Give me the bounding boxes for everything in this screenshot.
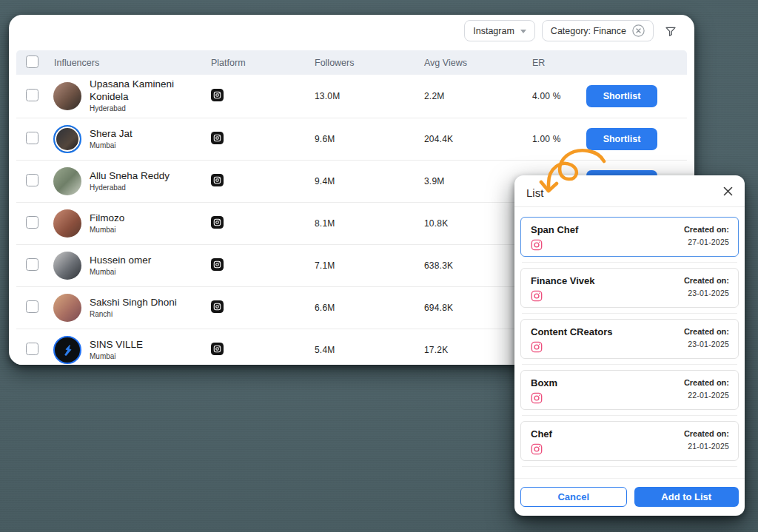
category-filter-chip[interactable]: Category: Finance — [542, 20, 654, 41]
filter-bar: Instagram Category: Finance — [464, 20, 677, 41]
instagram-icon — [531, 290, 543, 302]
avatar — [53, 294, 81, 322]
followers-value: 5.4M — [312, 345, 422, 355]
instagram-platform-icon — [211, 345, 224, 357]
row-checkbox[interactable] — [26, 132, 38, 144]
created-date: 21-01-2025 — [688, 442, 729, 451]
avatar — [53, 82, 81, 110]
followers-value: 7.1M — [312, 260, 422, 271]
avg-views-value: 2.2M — [422, 91, 530, 101]
list-item-card[interactable]: Content CReators Created on: 23-01-2025 — [520, 319, 739, 359]
instagram-platform-icon — [211, 91, 224, 104]
avatar — [53, 125, 81, 153]
followers-value: 9.6M — [312, 134, 422, 144]
list-items: Span Chef Created on: 27-01-2025 Finance… — [514, 207, 745, 478]
column-avg-views: Avg Views — [422, 58, 530, 68]
instagram-platform-icon — [211, 176, 224, 189]
list-item-card[interactable]: Boxm Created on: 22-01-2025 — [520, 370, 739, 410]
avg-views-value: 204.4K — [422, 134, 530, 144]
lightning-bolt-icon — [60, 343, 75, 357]
created-on-label: Created on: — [684, 225, 729, 234]
instagram-icon — [531, 341, 543, 353]
divider — [522, 262, 737, 263]
influencer-name: Sakshi Singh Dhoni — [90, 297, 177, 309]
shortlist-button[interactable]: Shortlist — [586, 85, 657, 107]
platform-select-value: Instagram — [473, 26, 514, 36]
list-name: Boxm — [531, 377, 557, 388]
table-row: Shera JatMumbai 9.6M 204.4K 1.00 % Short… — [16, 118, 687, 161]
column-followers: Followers — [312, 58, 422, 68]
row-checkbox[interactable] — [26, 300, 38, 313]
filter-funnel-icon[interactable] — [665, 25, 677, 37]
followers-value: 9.4M — [312, 176, 422, 186]
instagram-icon — [531, 392, 543, 404]
column-influencers: Influencers — [52, 58, 209, 68]
row-checkbox[interactable] — [26, 89, 38, 101]
influencer-name: Shera Jat — [90, 128, 133, 141]
created-on-label: Created on: — [684, 429, 729, 438]
column-platform: Platform — [209, 58, 312, 68]
shortlist-button[interactable]: Shortlist — [586, 128, 657, 150]
influencer-name: Hussein omer — [90, 255, 151, 267]
row-checkbox[interactable] — [26, 258, 38, 271]
er-value: 1.00 % — [530, 134, 576, 144]
influencer-location: Mumbai — [90, 268, 151, 277]
chevron-down-icon — [520, 30, 526, 33]
created-date: 23-01-2025 — [688, 289, 729, 297]
table-row: Upasana Kamineni KonidelaHyderabad 13.0M… — [16, 75, 687, 118]
add-to-list-button[interactable]: Add to List — [634, 487, 739, 507]
avatar-sins-ville-logo — [53, 336, 81, 364]
platform-select[interactable]: Instagram — [464, 20, 535, 41]
list-name: Span Chef — [531, 224, 578, 235]
created-on-label: Created on: — [684, 378, 729, 387]
select-all-checkbox[interactable] — [26, 55, 38, 68]
column-er: ER — [530, 58, 576, 68]
created-date: 22-01-2025 — [688, 391, 729, 400]
er-value: 4.00 % — [530, 91, 576, 101]
influencer-name: Upasana Kamineni Konidela — [90, 78, 209, 104]
created-date: 27-01-2025 — [688, 238, 729, 246]
remove-filter-icon[interactable] — [632, 24, 645, 37]
row-checkbox[interactable] — [26, 216, 38, 229]
influencer-location: Mumbai — [90, 352, 143, 362]
influencer-location: Hyderabad — [90, 104, 209, 114]
list-item-card[interactable]: Chef Created on: 21-01-2025 — [520, 421, 739, 461]
instagram-platform-icon — [211, 134, 224, 147]
list-name: Content CReators — [531, 326, 613, 337]
divider — [522, 364, 737, 365]
instagram-platform-icon — [211, 218, 224, 231]
influencer-name: Filmozo — [90, 212, 124, 225]
divider — [522, 466, 737, 467]
influencer-name: SINS VILLE — [90, 339, 143, 351]
list-modal: List Span Chef Created on: 27-01-2025 Fi… — [514, 175, 745, 516]
created-date: 23-01-2025 — [688, 340, 729, 349]
category-chip-label: Category: Finance — [551, 26, 626, 36]
followers-value: 13.0M — [312, 91, 422, 101]
close-icon[interactable] — [722, 186, 734, 197]
influencer-name: Allu Sneha Reddy — [90, 170, 170, 183]
followers-value: 6.6M — [312, 303, 422, 313]
list-name: Finance Vivek — [531, 275, 594, 286]
divider — [522, 313, 737, 314]
divider — [522, 415, 737, 416]
modal-footer: Cancel Add to List — [514, 478, 745, 516]
avatar — [53, 167, 81, 195]
modal-title: List — [526, 186, 543, 199]
influencer-location: Mumbai — [90, 141, 133, 151]
followers-value: 8.1M — [312, 218, 422, 229]
list-item-card[interactable]: Finance Vivek Created on: 23-01-2025 — [520, 268, 739, 308]
instagram-platform-icon — [211, 303, 224, 315]
list-item-card[interactable]: Span Chef Created on: 27-01-2025 — [520, 217, 739, 257]
avatar — [53, 209, 81, 238]
instagram-icon — [531, 443, 543, 455]
row-checkbox[interactable] — [26, 174, 38, 186]
influencer-location: Mumbai — [90, 226, 124, 235]
created-on-label: Created on: — [684, 327, 729, 336]
table-header: Influencers Platform Followers Avg Views… — [16, 50, 687, 75]
influencer-location: Hyderabad — [90, 183, 170, 193]
instagram-platform-icon — [211, 260, 224, 273]
avatar — [53, 252, 81, 280]
influencer-location: Ranchi — [90, 310, 177, 320]
cancel-button[interactable]: Cancel — [520, 487, 627, 507]
row-checkbox[interactable] — [26, 343, 38, 355]
